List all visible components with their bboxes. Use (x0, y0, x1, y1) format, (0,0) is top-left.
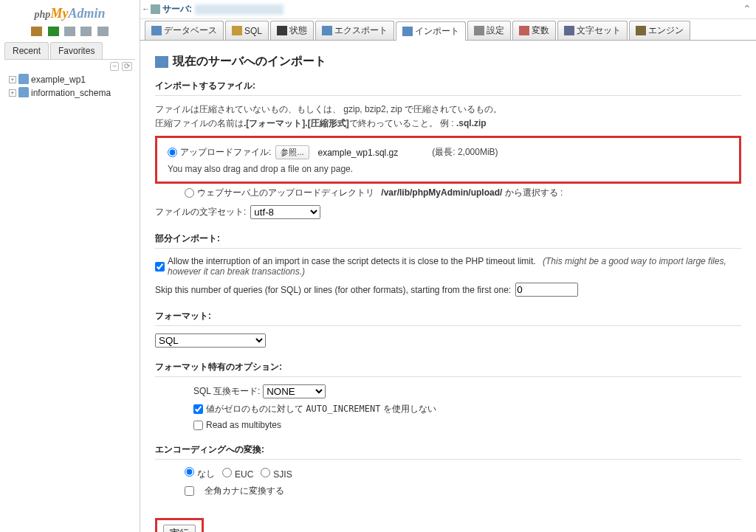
settings-tab-icon (474, 26, 484, 35)
section-encoding-heading: エンコーディングへの変換: (155, 443, 741, 460)
reload-icon[interactable] (97, 27, 109, 36)
nav-sql[interactable]: SQL (225, 21, 269, 40)
submit-highlight-box: 実行 (155, 518, 204, 532)
upload-file-radio[interactable] (168, 148, 177, 157)
sql-mode-label: SQL 互換モード: (193, 385, 260, 398)
import-page-icon (155, 56, 168, 68)
upload-file-box: アップロードファイル: 参照... example_wp1.sql.gz (最長… (155, 136, 741, 184)
nav-databases[interactable]: データベース (145, 21, 224, 40)
no-autoincrement-checkbox[interactable] (193, 404, 203, 414)
breadcrumb: サーバ: (140, 0, 756, 19)
logo[interactable]: phpMyAdmin (4, 3, 135, 23)
section-file-heading: インポートするファイル: (155, 80, 741, 96)
breadcrumb-server-label[interactable]: サーバ: (162, 3, 192, 15)
logout-icon[interactable] (48, 27, 59, 36)
database-tab-icon (151, 26, 162, 35)
main: ← ⌃ サーバ: データベース SQL 状態 エクスポート インポート 設定 変… (140, 0, 756, 532)
enc-sjis-radio[interactable] (261, 468, 270, 477)
variables-tab-icon (519, 26, 529, 35)
section-partial-heading: 部分インポート: (155, 232, 741, 249)
tree-expand-icon[interactable]: + (9, 89, 16, 97)
nav-engines[interactable]: エンジン (629, 21, 690, 40)
tab-favorites[interactable]: Favorites (50, 42, 103, 59)
collapse-all-icon[interactable]: − (110, 62, 119, 71)
database-label: information_schema (31, 88, 111, 98)
file-charset-label: ファイルの文字セット: (155, 206, 246, 218)
kana-label: 全角カナに変換する (205, 485, 284, 497)
go-button[interactable]: 実行 (163, 525, 196, 532)
file-charset-select[interactable]: utf-8 (250, 205, 320, 219)
multibytes-label: Read as multibytes (206, 420, 281, 430)
no-autoincrement-label: 値がゼロのものに対して AUTO_INCREMENT を使用しない (206, 403, 436, 415)
engine-tab-icon (636, 26, 646, 35)
page-title: 現在のサーバへのインポート (155, 49, 741, 80)
nav-collapse-icon[interactable]: ⌃ (743, 3, 752, 15)
nav-import[interactable]: インポート (396, 21, 466, 41)
multibytes-checkbox[interactable] (193, 421, 203, 430)
enc-euc-radio[interactable] (222, 468, 232, 477)
tree-expand-icon[interactable]: + (9, 76, 16, 83)
database-item[interactable]: + example_wp1 (9, 73, 135, 86)
home-icon[interactable] (31, 27, 42, 36)
browse-button[interactable]: 参照... (275, 145, 309, 159)
skip-queries-input[interactable] (515, 283, 578, 297)
server-icon (151, 4, 160, 14)
database-icon (18, 75, 29, 84)
allow-interrupt-checkbox[interactable] (155, 262, 165, 272)
sql-mode-select[interactable]: NONE (263, 384, 326, 398)
database-tree: + example_wp1 + information_schema (4, 73, 135, 100)
format-select[interactable]: SQL (155, 334, 266, 348)
section-format-heading: フォーマット: (155, 310, 741, 326)
database-label: example_wp1 (31, 75, 86, 85)
nav-back-icon[interactable]: ← (142, 4, 150, 13)
file-desc-naming: 圧縮ファイルの名前は.[フォーマット].[圧縮形式]で終わっていること。 例 :… (155, 117, 741, 130)
skip-queries-label: Skip this number of queries (for SQL) or… (155, 285, 511, 295)
database-item[interactable]: + information_schema (9, 86, 135, 100)
webdir-label: ウェブサーバ上のアップロードディレクトリ /var/lib/phpMyAdmin… (197, 187, 567, 199)
max-file-size: (最長: 2,000MiB) (432, 146, 498, 159)
sidebar-quick-icons (4, 23, 135, 39)
section-partial: 部分インポート: Allow the interruption of an im… (155, 232, 741, 297)
export-tab-icon (322, 26, 332, 35)
enc-sjis-label: SJIS (273, 469, 292, 480)
sidebar: phpMyAdmin Recent Favorites − ⟳ + exampl… (0, 0, 140, 532)
section-encoding: エンコーディングへの変換: なし EUC SJIS 全角カナに変換する (155, 443, 741, 497)
nav-charsets[interactable]: 文字セット (557, 21, 628, 40)
content: 現在のサーバへのインポート インポートするファイル: ファイルは圧縮されていない… (140, 41, 756, 532)
section-file: インポートするファイル: ファイルは圧縮されていないもの、もしくは、 gzip,… (155, 80, 741, 219)
database-icon (18, 89, 29, 97)
enc-none-radio[interactable] (185, 467, 194, 477)
enc-none-label: なし (197, 469, 215, 479)
sql-tab-icon (232, 26, 242, 35)
logo-admin: Admin (68, 6, 105, 21)
link-refresh-icon[interactable]: ⟳ (122, 62, 132, 71)
sidebar-tree-controls: − ⟳ (4, 60, 135, 73)
kana-checkbox[interactable] (185, 486, 194, 496)
breadcrumb-server-name[interactable] (195, 4, 284, 15)
section-format-options: フォーマット特有のオプション: SQL 互換モード: NONE 値がゼロのものに… (155, 361, 741, 430)
section-format: フォーマット: SQL (155, 310, 741, 348)
selected-filename: example_wp1.sql.gz (318, 148, 399, 158)
logo-php: php (35, 9, 51, 20)
webdir-radio[interactable] (185, 188, 194, 198)
query-window-icon[interactable] (64, 27, 75, 36)
tab-recent[interactable]: Recent (4, 42, 49, 59)
dragdrop-hint: You may also drag and drop a file on any… (168, 164, 729, 174)
sidebar-tabs: Recent Favorites (4, 42, 135, 60)
nav-status[interactable]: 状態 (270, 21, 314, 40)
nav-settings[interactable]: 設定 (467, 21, 511, 40)
nav-export[interactable]: エクスポート (315, 21, 394, 40)
docs-icon[interactable] (80, 27, 92, 36)
charset-tab-icon (564, 26, 574, 35)
section-format-options-heading: フォーマット特有のオプション: (155, 361, 741, 377)
import-tab-icon (402, 27, 413, 36)
logo-my: My (50, 6, 68, 21)
file-desc-compression: ファイルは圧縮されていないもの、もしくは、 gzip, bzip2, zip で… (155, 103, 741, 116)
top-navigation: データベース SQL 状態 エクスポート インポート 設定 変数 文字セット エ… (140, 19, 756, 41)
upload-file-label: アップロードファイル: (180, 146, 271, 159)
nav-variables[interactable]: 変数 (512, 21, 556, 40)
allow-interrupt-label: Allow the interruption of an import in c… (168, 256, 737, 277)
enc-euc-label: EUC (235, 469, 253, 480)
status-tab-icon (277, 26, 287, 35)
